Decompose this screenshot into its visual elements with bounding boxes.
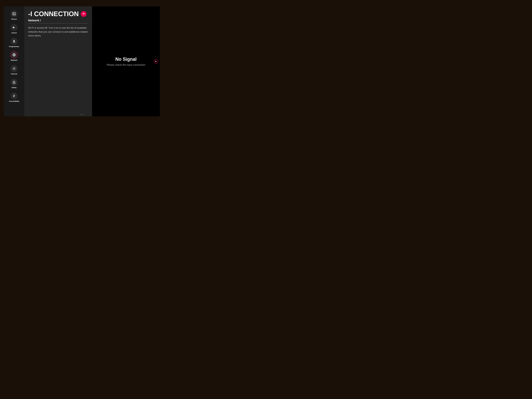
wifi-message: Wi-Fi is turned off. Turn it on to see t… — [24, 26, 92, 38]
brand-logo: LG — [80, 113, 83, 115]
main-panel: -I CONNECTION Network / Wi-Fi is turned … — [24, 6, 92, 116]
title-text: -I CONNECTION — [28, 10, 79, 18]
picture-icon — [11, 10, 18, 17]
svg-point-1 — [13, 13, 14, 13]
sidebar-item-picture[interactable]: Picture — [4, 9, 24, 21]
svg-point-10 — [14, 82, 14, 83]
accessibility-icon — [11, 92, 18, 100]
right-area: No Signal Please check the input connect… — [92, 6, 160, 116]
sidebar-item-general[interactable]: General — [4, 64, 24, 76]
panel-title: -I CONNECTION — [24, 6, 92, 18]
svg-point-11 — [14, 94, 14, 95]
sidebar-item-sound[interactable]: Sound — [4, 23, 24, 35]
sound-icon — [11, 24, 18, 31]
general-label: General — [11, 73, 17, 75]
safety-icon — [11, 79, 18, 86]
sidebar-item-programmes[interactable]: Programmes — [4, 36, 24, 49]
wifi-badge — [81, 11, 87, 17]
accessibility-label: Accessibility — [9, 100, 19, 102]
network-label: Network — [11, 59, 17, 61]
sidebar: Picture Sound Programm — [4, 6, 24, 116]
tv-screen: Picture Sound Programm — [4, 6, 160, 116]
general-icon — [11, 65, 18, 72]
breadcrumb: Network / — [24, 18, 92, 23]
tv-body: Picture Sound Programm — [4, 6, 160, 116]
no-signal-sub: Please check the input connection — [107, 63, 146, 66]
sound-label: Sound — [12, 32, 17, 34]
safety-label: Safety — [12, 87, 17, 89]
programmes-label: Programmes — [9, 45, 19, 47]
svg-point-2 — [13, 40, 15, 41]
svg-point-8 — [14, 68, 15, 69]
sidebar-item-safety[interactable]: Safety — [4, 77, 24, 90]
network-icon — [11, 51, 18, 58]
no-signal-title: No Signal — [115, 57, 137, 62]
sidebar-item-accessibility[interactable]: Accessibility — [4, 91, 24, 103]
picture-label: Picture — [11, 18, 17, 20]
sidebar-item-network[interactable]: Network — [4, 50, 24, 62]
divider — [28, 23, 88, 23]
programmes-icon — [11, 38, 18, 45]
volume-indicator — [154, 59, 158, 64]
